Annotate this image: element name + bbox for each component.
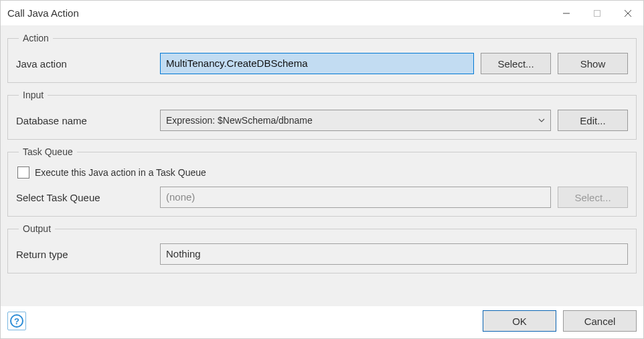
ok-button[interactable]: OK [483, 310, 556, 332]
select-action-button[interactable]: Select... [481, 53, 551, 74]
window-controls [551, 1, 643, 25]
minimize-button[interactable] [551, 1, 582, 25]
help-button[interactable]: ? [7, 312, 26, 330]
taskqueue-group: Task Queue Execute this Java action in a… [7, 146, 637, 217]
dbname-expression-value: Expression: $NewSchema/dbname [166, 115, 313, 126]
chevron-down-icon [538, 115, 545, 126]
execute-in-queue-checkbox[interactable] [17, 166, 29, 179]
show-action-button[interactable]: Show [558, 53, 628, 74]
select-queue-button: Select... [558, 187, 628, 208]
java-action-label: Java action [16, 58, 153, 70]
dialog-window: Call Java Action Action Java action Mult… [0, 0, 644, 339]
java-action-field[interactable]: MultiTenancy.CreateDBSchema [160, 53, 474, 74]
return-type-field: Nothing [160, 243, 628, 265]
help-icon: ? [10, 314, 23, 328]
select-queue-label: Select Task Queue [16, 192, 153, 203]
bottom-bar: ? OK Cancel [1, 306, 643, 338]
taskqueue-legend: Task Queue [19, 146, 77, 157]
select-queue-field: (none) [160, 187, 551, 208]
maximize-button [582, 1, 613, 25]
titlebar: Call Java Action [1, 1, 643, 26]
content-area: Action Java action MultiTenancy.CreateDB… [1, 26, 643, 306]
execute-in-queue-label: Execute this Java action in a Task Queue [35, 167, 206, 178]
dbname-label: Database name [16, 115, 153, 126]
close-button[interactable] [613, 1, 643, 25]
output-legend: Output [19, 223, 55, 234]
svg-rect-1 [594, 10, 600, 16]
action-group: Action Java action MultiTenancy.CreateDB… [7, 33, 637, 83]
edit-expression-button[interactable]: Edit... [558, 110, 628, 131]
cancel-button[interactable]: Cancel [563, 310, 637, 332]
output-group: Output Return type Nothing [7, 223, 637, 273]
input-group: Input Database name Expression: $NewSche… [7, 90, 637, 140]
input-legend: Input [19, 90, 48, 100]
action-legend: Action [19, 33, 53, 43]
dbname-expression-select[interactable]: Expression: $NewSchema/dbname [160, 110, 551, 131]
return-type-label: Return type [16, 249, 153, 260]
window-title: Call Java Action [7, 7, 79, 19]
